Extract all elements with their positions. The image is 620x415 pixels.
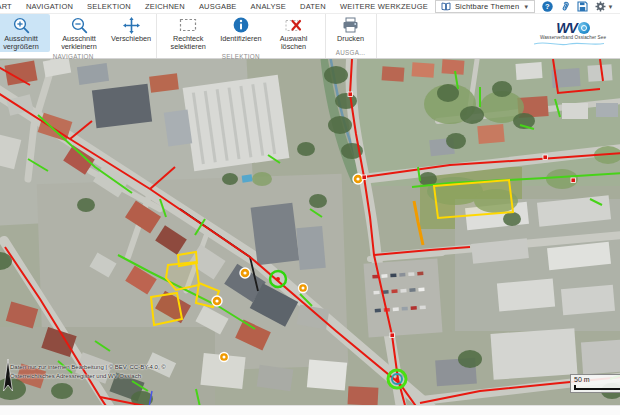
logo-o-disc (578, 22, 590, 34)
clear-selection-icon (285, 16, 302, 34)
identify-label: Identifizieren (220, 35, 261, 43)
zoom-out-icon (71, 16, 88, 34)
topbar-controls: Sichtbare Themen ▼ ? ▼ ▼ (435, 0, 620, 13)
zoom-out-button[interactable]: Ausschnitt verkleinern (50, 14, 108, 52)
group-label-selektion: SELEKTION (159, 52, 322, 62)
tab-daten[interactable]: DATEN (293, 2, 333, 11)
help-button[interactable]: ? (542, 1, 553, 13)
tab-analyse[interactable]: ANALYSE (244, 2, 293, 11)
zoom-in-icon (13, 16, 30, 34)
chevron-down-icon: ▼ (607, 4, 613, 10)
ribbon-group-navigation: Ausschnitt vergrößern Ausschnitt verklei… (0, 14, 157, 58)
group-label-navigation: NAVIGATION (0, 52, 154, 62)
zoom-in-button[interactable]: Ausschnitt vergrößern (0, 14, 50, 52)
tab-selektion[interactable]: SELEKTION (80, 2, 138, 11)
clear-selection-button[interactable]: Auswahl löschen (265, 14, 323, 52)
ribbon-group-ausgabe: Drucken AUSGA... (326, 14, 377, 58)
pan-icon (123, 16, 140, 34)
link-button[interactable] (560, 1, 570, 13)
tab-start[interactable]: START (0, 2, 19, 11)
print-icon (342, 16, 359, 34)
ribbon-tab-bar: START NAVIGATION SELEKTION ZEICHNEN AUSG… (0, 0, 620, 14)
attribution-line-1: Daten nur zur internen Bearbeitung | © B… (10, 363, 166, 372)
zoom-out-label: Ausschnitt verkleinern (53, 35, 105, 52)
tab-zeichnen[interactable]: ZEICHNEN (138, 2, 192, 11)
tab-ausgabe[interactable]: AUSGABE (192, 2, 244, 11)
group-label-ausgabe: AUSGA... (328, 48, 374, 58)
save-button[interactable] (577, 1, 588, 13)
visible-themes-label: Sichtbare Themen (455, 2, 519, 11)
scale-line (574, 385, 620, 390)
logo-acronym: WV (556, 20, 577, 36)
pan-button[interactable]: Verschieben (108, 14, 154, 52)
visible-themes-dropdown[interactable]: Sichtbare Themen ▼ (435, 0, 536, 13)
attribution-line-2: Österreichisches Adressregister und WV O… (10, 372, 166, 381)
zoom-in-label: Ausschnitt vergrößern (0, 35, 47, 52)
chevron-down-icon: ▼ (523, 4, 529, 10)
select-rectangle-label: Rechteck selektieren (162, 35, 214, 52)
pan-label: Verschieben (111, 35, 151, 43)
print-button[interactable]: Drucken (328, 14, 374, 48)
tab-navigation[interactable]: NAVIGATION (19, 2, 80, 11)
identify-info-icon (233, 16, 249, 34)
select-rectangle-icon (179, 16, 197, 34)
settings-menu-button[interactable]: ▼ (595, 1, 613, 13)
visible-themes-book-icon (441, 2, 451, 11)
identify-button[interactable]: Identifizieren (217, 14, 264, 52)
ribbon-group-selektion: Rechteck selektieren Identifizieren Ausw… (157, 14, 325, 58)
logo-wave (534, 40, 604, 47)
print-label: Drucken (337, 35, 364, 43)
clear-selection-label: Auswahl löschen (268, 35, 320, 52)
scale-bar: 50 m (570, 374, 620, 393)
map-canvas (0, 59, 620, 405)
ribbon-toolbar: Ausschnitt vergrößern Ausschnitt verklei… (0, 14, 620, 59)
logo-subtitle: Wasserverband Ossiacher See (534, 35, 612, 40)
select-rectangle-button[interactable]: Rechteck selektieren (159, 14, 217, 52)
svg-text:?: ? (546, 2, 551, 11)
map-attribution: Daten nur zur internen Bearbeitung | © B… (10, 363, 166, 381)
map-viewport[interactable]: Daten nur zur internen Bearbeitung | © B… (0, 59, 620, 405)
wvo-logo: WV Wasserverband Ossiacher See (534, 20, 612, 47)
scale-label: 50 m (574, 376, 620, 384)
status-strip (0, 405, 620, 415)
tab-weitere-werkzeuge[interactable]: WEITERE WERKZEUGE (333, 2, 435, 11)
